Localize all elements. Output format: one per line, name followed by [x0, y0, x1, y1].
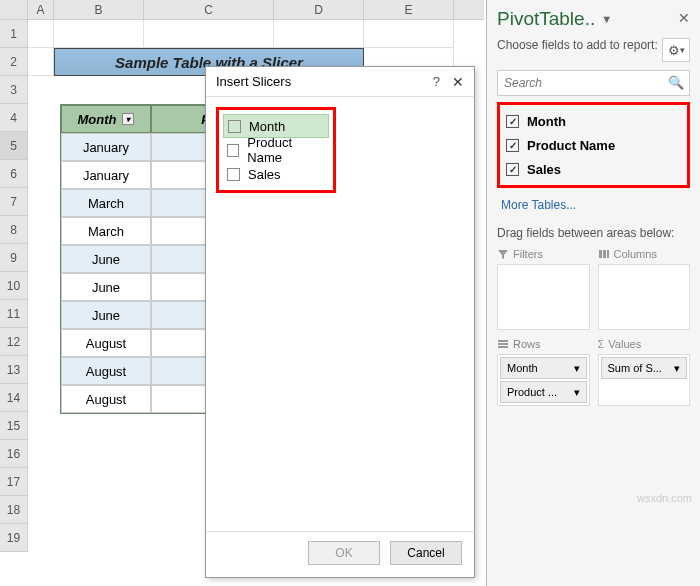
pane-close-icon[interactable]: ✕	[678, 10, 690, 26]
row-8[interactable]: 8	[0, 216, 28, 244]
cell-month[interactable]: June	[61, 245, 151, 273]
col-C[interactable]: C	[144, 0, 274, 19]
row-16[interactable]: 16	[0, 440, 28, 468]
field-sales[interactable]: ✓Sales	[502, 157, 685, 181]
values-dropzone[interactable]: Sum of S...▾	[598, 354, 691, 406]
area-label-text: Values	[608, 338, 641, 350]
row-15[interactable]: 15	[0, 412, 28, 440]
th-month[interactable]: Month▾	[61, 105, 151, 133]
slicer-item-sales[interactable]: Sales	[223, 162, 329, 186]
field-search[interactable]: 🔍	[497, 70, 690, 96]
slicer-fields-highlight: Month Product Name Sales	[216, 107, 336, 193]
slicer-item-product[interactable]: Product Name	[223, 138, 329, 162]
col-A[interactable]: A	[28, 0, 54, 19]
row-10[interactable]: 10	[0, 272, 28, 300]
search-input[interactable]	[497, 70, 690, 96]
chevron-down-icon[interactable]: ▼	[601, 13, 612, 25]
field-label: Month	[527, 114, 566, 129]
select-all-corner[interactable]	[0, 0, 28, 19]
row-5[interactable]: 5	[0, 132, 28, 160]
dialog-title: Insert Slicers	[216, 74, 291, 89]
search-icon: 🔍	[668, 75, 684, 90]
area-label-text: Rows	[513, 338, 541, 350]
row-19[interactable]: 19	[0, 524, 28, 552]
close-icon[interactable]: ✕	[452, 74, 464, 90]
checkbox-checked-icon[interactable]: ✓	[506, 163, 519, 176]
field-month[interactable]: ✓Month	[502, 109, 685, 133]
rows-icon	[497, 338, 509, 350]
row-9[interactable]: 9	[0, 244, 28, 272]
field-list-highlight: ✓Month ✓Product Name ✓Sales	[497, 102, 690, 188]
cell-month[interactable]: August	[61, 385, 151, 413]
help-icon[interactable]: ?	[433, 74, 440, 89]
cancel-button[interactable]: Cancel	[390, 541, 462, 565]
area-label-text: Filters	[513, 248, 543, 260]
area-rows[interactable]: Rows Month▾ Product ...▾	[497, 338, 590, 406]
row-18[interactable]: 18	[0, 496, 28, 524]
th-month-label: Month	[78, 112, 117, 127]
chevron-down-icon[interactable]: ▾	[674, 362, 680, 375]
value-chip-sum[interactable]: Sum of S...▾	[601, 357, 688, 379]
cell-month[interactable]: January	[61, 133, 151, 161]
row-6[interactable]: 6	[0, 160, 28, 188]
row-11[interactable]: 11	[0, 300, 28, 328]
checkbox-icon[interactable]	[227, 144, 239, 157]
cell-month[interactable]: August	[61, 357, 151, 385]
more-tables-link[interactable]: More Tables...	[501, 198, 690, 212]
svg-rect-5	[498, 346, 508, 348]
row-3[interactable]: 3	[0, 76, 28, 104]
checkbox-checked-icon[interactable]: ✓	[506, 139, 519, 152]
slicer-item-label: Month	[249, 119, 285, 134]
svg-rect-4	[498, 343, 508, 345]
column-headers: A B C D E	[0, 0, 484, 20]
field-label: Product Name	[527, 138, 615, 153]
sigma-icon: Σ	[598, 338, 605, 350]
columns-dropzone[interactable]	[598, 264, 691, 330]
row-2[interactable]: 2	[0, 48, 28, 76]
cell-month[interactable]: June	[61, 301, 151, 329]
watermark: wsxdn.com	[637, 492, 692, 504]
checkbox-checked-icon[interactable]: ✓	[506, 115, 519, 128]
row-13[interactable]: 13	[0, 356, 28, 384]
field-product[interactable]: ✓Product Name	[502, 133, 685, 157]
columns-icon	[598, 248, 610, 260]
row-12[interactable]: 12	[0, 328, 28, 356]
cell-month[interactable]: June	[61, 273, 151, 301]
col-D[interactable]: D	[274, 0, 364, 19]
gear-icon[interactable]: ⚙▾	[662, 38, 690, 62]
row-14[interactable]: 14	[0, 384, 28, 412]
row-chip-product[interactable]: Product ...▾	[500, 381, 587, 403]
chevron-down-icon[interactable]: ▾	[574, 362, 580, 375]
row-4[interactable]: 4	[0, 104, 28, 132]
cell-month[interactable]: January	[61, 161, 151, 189]
filter-icon	[497, 248, 509, 260]
col-B[interactable]: B	[54, 0, 144, 19]
chevron-down-icon[interactable]: ▾	[574, 386, 580, 399]
svg-rect-3	[498, 340, 508, 342]
cell-month[interactable]: March	[61, 217, 151, 245]
dialog-titlebar[interactable]: Insert Slicers ? ✕	[206, 67, 474, 97]
insert-slicers-dialog: Insert Slicers ? ✕ Month Product Name Sa…	[205, 66, 475, 578]
filters-dropzone[interactable]	[497, 264, 590, 330]
col-E[interactable]: E	[364, 0, 454, 19]
filter-dropdown-icon[interactable]: ▾	[122, 113, 134, 125]
checkbox-icon[interactable]	[227, 168, 240, 181]
cell-month[interactable]: August	[61, 329, 151, 357]
row-chip-month[interactable]: Month▾	[500, 357, 587, 379]
slicer-item-label: Product Name	[247, 135, 325, 165]
drag-hint: Drag fields between areas below:	[497, 226, 690, 240]
area-values[interactable]: ΣValues Sum of S...▾	[598, 338, 691, 406]
row-17[interactable]: 17	[0, 468, 28, 496]
row-7[interactable]: 7	[0, 188, 28, 216]
checkbox-icon[interactable]	[228, 120, 241, 133]
ok-button[interactable]: OK	[308, 541, 380, 565]
area-columns[interactable]: Columns	[598, 248, 691, 330]
row-1[interactable]: 1	[0, 20, 28, 48]
field-label: Sales	[527, 162, 561, 177]
cell-month[interactable]: March	[61, 189, 151, 217]
row-headers: 12345678910111213141516171819	[0, 20, 28, 552]
area-filters[interactable]: Filters	[497, 248, 590, 330]
rows-dropzone[interactable]: Month▾ Product ...▾	[497, 354, 590, 406]
pane-title: PivotTable..▼	[497, 8, 690, 30]
pane-subtitle: Choose fields to add to report:	[497, 38, 658, 52]
